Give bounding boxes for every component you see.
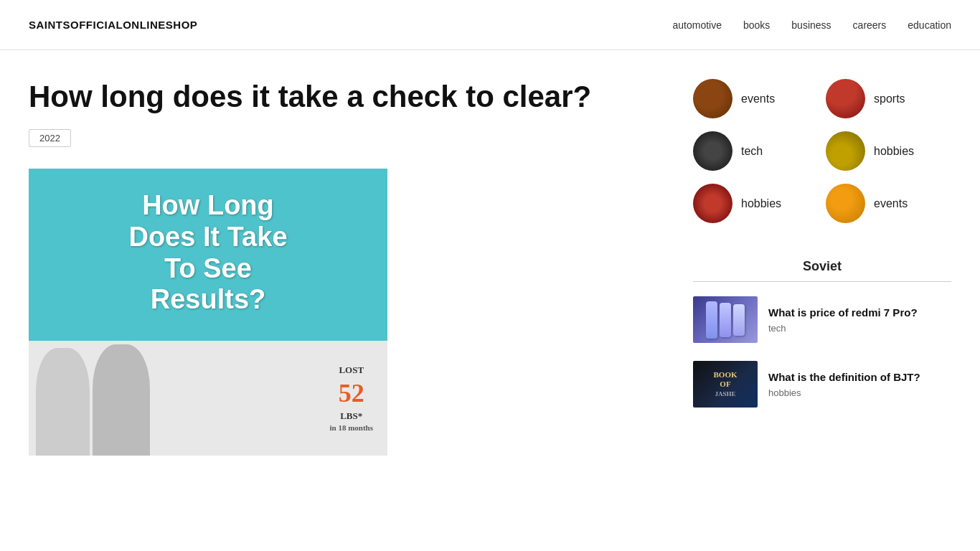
- category-item-3[interactable]: hobbies: [826, 131, 951, 171]
- category-label-4: hobbies: [741, 197, 781, 210]
- category-circle-1: [826, 79, 865, 118]
- weight-info: LOST 52 LBS* in 18 months: [329, 364, 373, 433]
- person-silhouette-2: [93, 344, 150, 456]
- main-nav: automotivebooksbusinesscareerseducation: [672, 19, 951, 31]
- nav-item-automotive[interactable]: automotive: [672, 19, 721, 31]
- soviet-thumb-2: BOOKOFJASHE: [693, 361, 758, 408]
- category-label-0: events: [741, 93, 775, 105]
- soviet-section-title: Soviet: [693, 259, 951, 274]
- category-circle-0: [693, 79, 732, 118]
- soviet-divider: [693, 281, 951, 282]
- site-header: SAINTSOFFICIALONLINESHOP automotivebooks…: [0, 0, 980, 50]
- soviet-item-1[interactable]: What is price of redmi 7 Pro? tech: [693, 296, 951, 343]
- people-silhouettes: [29, 344, 157, 456]
- category-item-0[interactable]: events: [693, 79, 819, 118]
- category-label-5: events: [874, 197, 908, 210]
- category-circle-icon-3: [826, 131, 865, 171]
- sidebar: eventssportstechhobbieshobbiesevents Sov…: [693, 79, 951, 456]
- soviet-thumb-1: [693, 296, 758, 343]
- nav-item-careers[interactable]: careers: [853, 19, 887, 31]
- phone-shape-2: [720, 303, 731, 337]
- soviet-item-1-category: tech: [768, 323, 951, 334]
- category-label-3: hobbies: [874, 145, 914, 158]
- category-label-2: tech: [741, 145, 763, 158]
- soviet-section: Soviet What is price of redmi 7 Pro? tec…: [693, 259, 951, 408]
- category-item-5[interactable]: events: [826, 184, 951, 223]
- category-item-1[interactable]: sports: [826, 79, 951, 118]
- category-circle-4: [693, 184, 732, 223]
- category-label-1: sports: [874, 93, 905, 105]
- category-grid: eventssportstechhobbieshobbiesevents: [693, 79, 951, 223]
- page-wrapper: How long does it take a check to clear? …: [0, 50, 980, 484]
- category-circle-icon-0: [693, 79, 732, 118]
- category-item-2[interactable]: tech: [693, 131, 819, 171]
- category-circle-5: [826, 184, 865, 223]
- image-overlay-text: How Long Does It Take To See Results?: [128, 190, 287, 316]
- site-title[interactable]: SAINTSOFFICIALONLINESHOP: [29, 19, 197, 31]
- phone-shape-3: [733, 304, 745, 336]
- category-circle-2: [693, 131, 732, 171]
- book-text: BOOKOFJASHE: [710, 367, 740, 402]
- nav-item-education[interactable]: education: [908, 19, 951, 31]
- phone-shape-1: [706, 301, 717, 339]
- article-image-placeholder: How Long Does It Take To See Results? LO…: [29, 169, 387, 456]
- category-circle-icon-4: [693, 184, 732, 223]
- nav-item-business[interactable]: business: [791, 19, 831, 31]
- soviet-item-2-title: What is the definition of BJT?: [768, 370, 951, 385]
- category-circle-icon-2: [693, 131, 732, 171]
- soviet-item-2-category: hobbies: [768, 387, 951, 398]
- nav-item-books[interactable]: books: [743, 19, 770, 31]
- person-silhouette-1: [36, 348, 90, 456]
- category-circle-icon-5: [826, 184, 865, 223]
- date-badge: 2022: [29, 129, 71, 147]
- category-circle-3: [826, 131, 865, 171]
- category-item-4[interactable]: hobbies: [693, 184, 819, 223]
- category-circle-icon-1: [826, 79, 865, 118]
- soviet-item-1-title: What is price of redmi 7 Pro?: [768, 306, 951, 320]
- soviet-item-2-text: What is the definition of BJT? hobbies: [768, 370, 951, 398]
- article-main: How long does it take a check to clear? …: [29, 79, 650, 456]
- article-image-bottom: LOST 52 LBS* in 18 months: [29, 341, 387, 456]
- soviet-item-1-text: What is price of redmi 7 Pro? tech: [768, 306, 951, 334]
- article-image: How Long Does It Take To See Results? LO…: [29, 169, 387, 456]
- article-title: How long does it take a check to clear?: [29, 79, 650, 115]
- soviet-item-2[interactable]: BOOKOFJASHE What is the definition of BJ…: [693, 361, 951, 408]
